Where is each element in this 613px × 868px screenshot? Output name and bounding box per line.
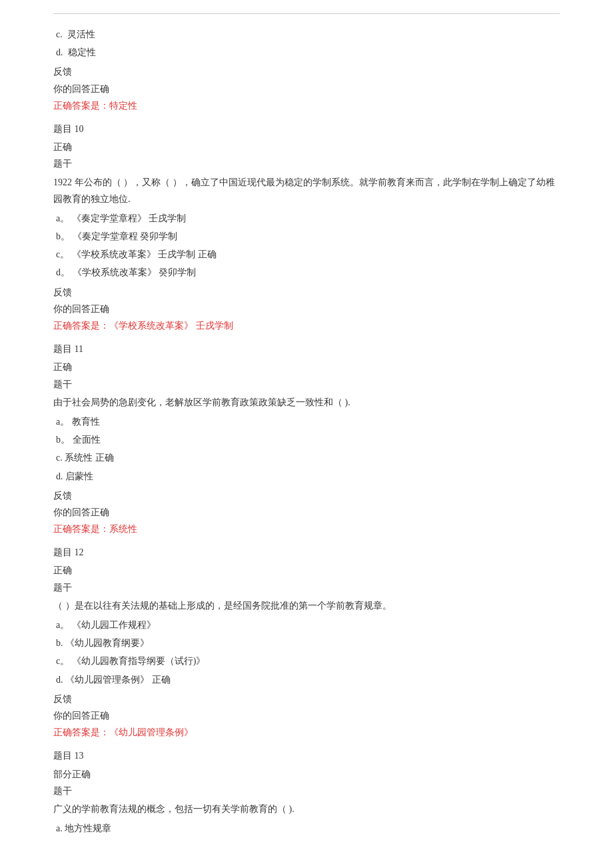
q12-feedback-label: 反馈 — [53, 691, 560, 707]
question-12-title: 题目 12 — [53, 544, 560, 561]
q12-correct-answer: 正确答案是：《幼儿园管理条例》 — [53, 724, 560, 741]
feedback-label: 反馈 — [53, 63, 560, 80]
q11-option-c: c. 系统性 正确 — [53, 449, 560, 466]
question-10-status: 正确 — [53, 139, 560, 155]
q12-option-d: d. 《幼儿园管理条例》 正确 — [53, 671, 560, 688]
option-c-label: c. 灵活性 — [56, 29, 95, 39]
q11-option-d: d. 启蒙性 — [53, 468, 560, 485]
question-11-status: 正确 — [53, 359, 560, 375]
q13-option-a: a. 地方性规章 — [53, 820, 560, 837]
question-13-title: 题目 13 — [53, 747, 560, 764]
q11-feedback: 反馈 你的回答正确 正确答案是：系统性 — [53, 487, 560, 538]
q12-feedback: 反馈 你的回答正确 正确答案是：《幼儿园管理条例》 — [53, 691, 560, 741]
q10-option-c: c。 《学校系统改革案》 壬戌学制 正确 — [53, 246, 560, 263]
option-c-line: c. 灵活性 — [53, 26, 560, 43]
q11-user-answer: 你的回答正确 — [53, 504, 560, 521]
user-answer-status: 你的回答正确 — [53, 81, 560, 97]
question-11-title: 题目 11 — [53, 341, 560, 357]
q10-option-b: b。 《奏定学堂章程 癸卯学制 — [53, 228, 560, 245]
question-11-content: 由于社会局势的急剧变化，老解放区学前教育政策政策缺乏一致性和（ ). — [53, 394, 560, 411]
question-10-tigan-label: 题干 — [53, 155, 560, 172]
q10-user-answer: 你的回答正确 — [53, 301, 560, 317]
q12-option-a: a。 《幼儿园工作规程》 — [53, 617, 560, 633]
question-13-tigan-label: 题干 — [53, 783, 560, 799]
question-13-content: 广义的学前教育法规的概念，包括一切有关学前教育的（ ). — [53, 801, 560, 817]
feedback-section: 反馈 你的回答正确 正确答案是：特定性 — [53, 63, 560, 114]
question-12-tigan-label: 题干 — [53, 579, 560, 596]
q10-feedback: 反馈 你的回答正确 正确答案是：《学校系统改革案》 壬戌学制 — [53, 284, 560, 335]
q11-correct-answer: 正确答案是：系统性 — [53, 521, 560, 537]
question-13-block: 题目 13 部分正确 题干 广义的学前教育法规的概念，包括一切有关学前教育的（ … — [53, 747, 560, 837]
q11-option-a: a。 教育性 — [53, 413, 560, 430]
question-10-content: 1922 年公布的（ ），又称（ ），确立了中国近现代最为稳定的学制系统。就学前… — [53, 174, 560, 207]
q12-user-answer: 你的回答正确 — [53, 707, 560, 724]
question-12-block: 题目 12 正确 题干 （ ）是在以往有关法规的基础上形成的，是经国务院批准的第… — [53, 544, 560, 741]
top-divider — [53, 13, 560, 14]
q11-option-b: b。 全面性 — [53, 431, 560, 448]
option-d-line: d. 稳定性 — [53, 44, 560, 61]
q10-option-a: a。 《奏定学堂章程》 壬戌学制 — [53, 210, 560, 227]
q12-option-b: b. 《幼儿园教育纲要》 — [53, 635, 560, 651]
question-10-title: 题目 10 — [53, 121, 560, 137]
q10-correct-answer: 正确答案是：《学校系统改革案》 壬戌学制 — [53, 317, 560, 334]
q11-feedback-label: 反馈 — [53, 487, 560, 504]
q10-option-d: d。 《学校系统改革案》 癸卯学制 — [53, 264, 560, 281]
trailing-options-block: c. 灵活性 d. 稳定性 反馈 你的回答正确 正确答案是：特定性 — [53, 26, 560, 114]
q12-option-c: c。 《幼儿园教育指导纲要（试行)》 — [53, 653, 560, 669]
question-12-content: （ ）是在以往有关法规的基础上形成的，是经国务院批准的第一个学前教育规章。 — [53, 597, 560, 614]
q10-feedback-label: 反馈 — [53, 284, 560, 301]
option-d-label: d. 稳定性 — [56, 47, 96, 57]
correct-answer-text: 正确答案是：特定性 — [53, 97, 560, 114]
question-13-status: 部分正确 — [53, 766, 560, 783]
question-12-status: 正确 — [53, 562, 560, 579]
question-11-block: 题目 11 正确 题干 由于社会局势的急剧变化，老解放区学前教育政策政策缺乏一致… — [53, 341, 560, 537]
question-10-block: 题目 10 正确 题干 1922 年公布的（ ），又称（ ），确立了中国近现代最… — [53, 121, 560, 334]
question-11-tigan-label: 题干 — [53, 376, 560, 393]
